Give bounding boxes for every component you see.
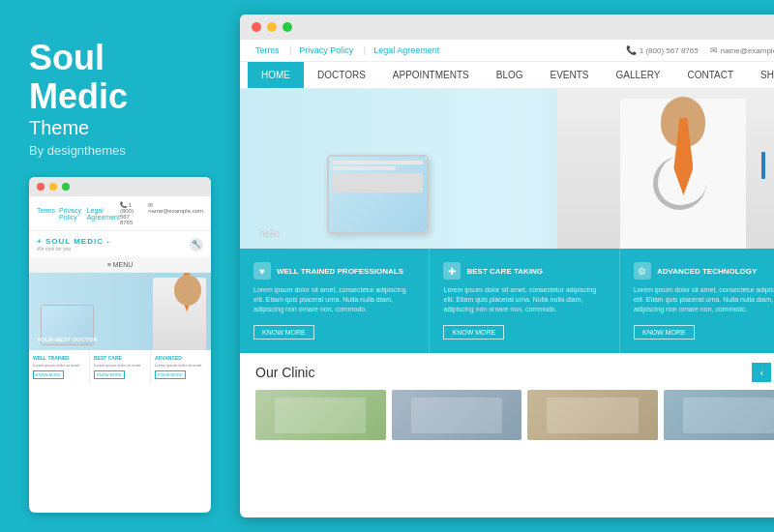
big-features-section: ♥ WELL TRAINED PROFESSIONALS Lorem ipsum… xyxy=(240,249,774,353)
phone-icon: 📞 xyxy=(626,45,637,55)
big-hero: hello xyxy=(240,89,774,249)
mini-hero: YOUR BEST DOCTOR xyxy=(29,273,211,350)
right-panel: Terms Privacy Policy Legal Agreement 📞 1… xyxy=(240,0,774,532)
mini-feature-2: BEST CARE Lorem ipsum dolor sit amet KNO… xyxy=(90,350,151,384)
big-know-more-2[interactable]: KNOW MORE xyxy=(443,325,504,340)
big-topbar-contact: 📞 1 (800) 567 8765 ✉ name@example.com xyxy=(626,45,774,55)
big-browser-mockup: Terms Privacy Policy Legal Agreement 📞 1… xyxy=(240,15,774,517)
mini-hero-text: YOUR BEST DOCTOR xyxy=(37,337,98,342)
clinic-prev-button[interactable]: ‹ xyxy=(752,363,771,382)
clinic-title: Our Clinic xyxy=(255,365,314,380)
mini-dot-green xyxy=(62,183,70,191)
best-care-icon: ✚ xyxy=(443,262,461,280)
hero-subtext: hello xyxy=(259,228,280,239)
big-dot-green xyxy=(283,22,292,32)
big-topbar: Terms Privacy Policy Legal Agreement 📞 1… xyxy=(240,40,774,62)
mini-link-privacy[interactable]: Privacy Policy xyxy=(59,207,83,221)
big-navigation: HOME DOCTORS APPOINTMENTS BLOG EVENTS GA… xyxy=(240,62,774,89)
nav-appointments[interactable]: APPOINTMENTS xyxy=(379,62,483,88)
mini-topbar-contact: 📞 1 (800) 567 8765 ✉ name@example.com xyxy=(120,201,203,225)
mini-logo-area: + SOUL MEDIC - We care for you 🔧 xyxy=(29,231,211,257)
mini-browser-content: Terms Privacy Policy Legal Agreement 📞 1… xyxy=(29,196,211,384)
mini-feature-1: WELL TRAINED Lorem ipsum dolor sit amet … xyxy=(29,350,90,384)
clinic-image-3 xyxy=(527,390,658,440)
big-feature-2-text: Lorem ipsum dolor sit amet, consectetur … xyxy=(443,285,605,313)
clinic-image-4 xyxy=(664,390,774,440)
mini-logo-tagline: We care for you xyxy=(37,246,110,251)
hero-tablet-screen xyxy=(329,157,427,232)
mini-topbar-links: Terms Privacy Policy Legal Agreement xyxy=(37,207,120,221)
big-link-privacy[interactable]: Privacy Policy xyxy=(299,45,366,55)
mini-link-terms[interactable]: Terms xyxy=(37,207,55,221)
big-feature-1: ♥ WELL TRAINED PROFESSIONALS Lorem ipsum… xyxy=(240,249,430,353)
mini-features: WELL TRAINED Lorem ipsum dolor sit amet … xyxy=(29,350,211,384)
mini-topbar: Terms Privacy Policy Legal Agreement 📞 1… xyxy=(29,196,211,231)
big-feature-1-text: Lorem ipsum dolor sit amet, consectetur … xyxy=(253,285,415,313)
big-feature-3: ⚙ ADVANCED TECHNOLOGY Lorem ipsum dolor … xyxy=(620,249,774,353)
big-know-more-1[interactable]: KNOW MORE xyxy=(253,325,314,340)
big-email: ✉ name@example.com xyxy=(710,45,774,55)
big-link-terms[interactable]: Terms xyxy=(255,45,291,55)
big-know-more-3[interactable]: KNOW MORE xyxy=(634,325,695,340)
big-feature-3-text: Lorem ipsum dolor sit amet, consectetur … xyxy=(634,285,774,313)
clinic-image-2 xyxy=(392,390,522,440)
nav-blog[interactable]: BLOG xyxy=(483,62,537,88)
mini-browser-mockup: Terms Privacy Policy Legal Agreement 📞 1… xyxy=(29,177,211,513)
nav-shop[interactable]: SHOP xyxy=(747,62,774,88)
big-feature-1-header: ♥ WELL TRAINED PROFESSIONALS xyxy=(253,262,415,280)
mini-know-more-1[interactable]: KNOW MORE xyxy=(33,370,64,379)
brand-block: Soul Medic Theme By designthemes xyxy=(29,39,211,158)
brand-byline: By designthemes xyxy=(29,143,211,158)
nav-home[interactable]: HOME xyxy=(248,62,304,88)
big-feature-2: ✚ BEST CARE TAKING Lorem ipsum dolor sit… xyxy=(430,249,619,353)
mail-icon: ✉ xyxy=(710,45,718,55)
nav-events[interactable]: EVENTS xyxy=(537,62,603,88)
clinic-image-1 xyxy=(255,390,386,440)
big-dot-red xyxy=(252,22,261,32)
doctor-pen xyxy=(761,152,765,179)
big-browser-titlebar xyxy=(240,15,774,40)
mini-feature-3: ADVANCED Lorem ipsum dolor sit amet KNOW… xyxy=(151,350,211,384)
mini-menu[interactable]: ≡ MENU xyxy=(29,257,211,273)
mini-logo-text: + SOUL MEDIC - xyxy=(37,237,110,246)
doctor-stethoscope xyxy=(653,157,706,210)
mini-settings-icon[interactable]: 🔧 xyxy=(190,238,203,251)
well-trained-icon: ♥ xyxy=(253,262,271,280)
mini-browser-titlebar xyxy=(29,177,211,196)
hero-tablet xyxy=(327,155,429,234)
mini-logo: + SOUL MEDIC - We care for you xyxy=(37,237,110,251)
nav-gallery[interactable]: GALLERY xyxy=(603,62,674,88)
advanced-tech-icon: ⚙ xyxy=(634,262,651,280)
big-feature-3-title: ADVANCED TECHNOLOGY xyxy=(657,267,757,276)
nav-contact[interactable]: CONTACT xyxy=(674,62,748,88)
big-feature-2-title: BEST CARE TAKING xyxy=(466,267,543,276)
big-dot-yellow xyxy=(267,22,277,32)
mini-phone: 📞 1 (800) 567 8765 xyxy=(120,201,142,225)
left-panel: Soul Medic Theme By designthemes Terms P… xyxy=(0,0,240,532)
big-feature-3-header: ⚙ ADVANCED TECHNOLOGY xyxy=(634,262,774,280)
clinic-section: Our Clinic ‹ › xyxy=(240,353,774,390)
big-phone: 📞 1 (800) 567 8765 xyxy=(626,45,699,55)
big-link-legal[interactable]: Legal Agreement xyxy=(373,45,439,55)
mini-know-more-3[interactable]: KNOW MORE xyxy=(155,370,186,379)
hero-doctor-area xyxy=(557,89,774,249)
mini-link-legal[interactable]: Legal Agreement xyxy=(87,207,120,221)
big-feature-2-header: ✚ BEST CARE TAKING xyxy=(443,262,605,280)
mini-know-more-2[interactable]: KNOW MORE xyxy=(94,370,125,379)
mini-dot-red xyxy=(37,183,45,191)
big-topbar-links: Terms Privacy Policy Legal Agreement xyxy=(255,45,439,55)
brand-subtitle: Theme xyxy=(29,117,211,139)
mini-dot-yellow xyxy=(49,183,57,191)
mini-email: ✉ name@example.com xyxy=(148,201,203,225)
brand-title: Soul Medic xyxy=(29,39,211,115)
big-feature-1-title: WELL TRAINED PROFESSIONALS xyxy=(277,267,403,276)
clinic-images xyxy=(240,390,774,450)
clinic-navigation: ‹ › xyxy=(752,363,774,382)
nav-doctors[interactable]: DOCTORS xyxy=(304,62,379,88)
